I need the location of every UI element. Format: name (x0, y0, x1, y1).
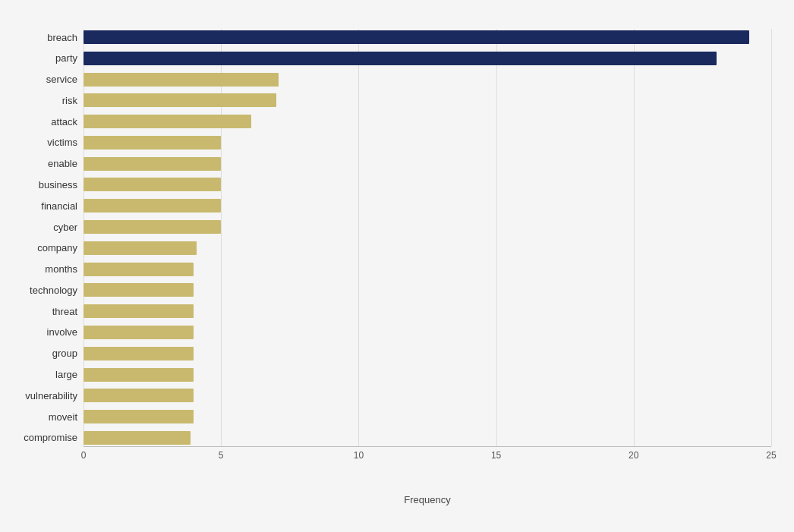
bar-label: large (8, 369, 83, 380)
bar-label: party (8, 52, 83, 64)
bar-label: company (8, 242, 83, 253)
bar-fill (83, 368, 194, 382)
bar-label: business (8, 179, 83, 190)
x-tick-label: 0 (81, 450, 87, 461)
bar-fill (83, 115, 251, 128)
bar-fill (83, 73, 279, 87)
bar-row: large (83, 367, 771, 383)
bar-label: group (8, 348, 83, 359)
bar-label: risk (8, 95, 83, 106)
bar-row: party (83, 50, 771, 67)
bar-row: threat (83, 303, 771, 320)
bar-label: breach (8, 32, 83, 43)
bar-label: victims (8, 137, 83, 148)
bar-fill (83, 93, 276, 107)
bar-row: financial (83, 197, 771, 214)
bar-fill (83, 347, 194, 360)
chart-area: breachpartyserviceriskattackvictimsenabl… (83, 29, 771, 477)
bar-row: involve (83, 324, 771, 341)
bar-fill (83, 263, 194, 276)
bar-fill (83, 431, 191, 445)
bar-row: compromise (83, 430, 771, 446)
grid-line (771, 29, 772, 446)
x-tick-label: 25 (766, 450, 776, 461)
bar-row: group (83, 345, 771, 362)
bar-label: moveit (8, 411, 83, 423)
bar-label: cyber (8, 222, 83, 233)
bar-row: attack (83, 113, 771, 130)
bar-fill (83, 304, 194, 318)
bar-label: attack (8, 116, 83, 127)
bar-fill (83, 220, 221, 234)
bar-row: company (83, 240, 771, 257)
bar-row: risk (83, 92, 771, 109)
bar-label: vulnerability (8, 390, 83, 401)
chart-container: breachpartyserviceriskattackvictimsenabl… (0, 0, 794, 532)
bar-fill (83, 52, 717, 65)
bar-row: vulnerability (83, 387, 771, 404)
bar-label: involve (8, 326, 83, 338)
bar-row: moveit (83, 408, 771, 425)
bar-fill (83, 326, 194, 339)
bar-label: months (8, 263, 83, 275)
x-tick-label: 15 (491, 450, 501, 461)
bar-row: technology (83, 282, 771, 298)
bar-row: enable (83, 156, 771, 172)
bar-row: victims (83, 134, 771, 151)
x-tick-label: 10 (354, 450, 364, 461)
bar-fill (83, 178, 221, 191)
bar-row: months (83, 261, 771, 278)
bar-fill (83, 30, 749, 44)
bar-label: enable (8, 158, 83, 169)
bar-fill (83, 389, 194, 402)
bar-label: technology (8, 285, 83, 296)
bar-fill (83, 241, 197, 255)
bar-fill (83, 283, 194, 297)
x-axis: 0510152025Frequency (83, 446, 771, 477)
bar-row: cyber (83, 219, 771, 235)
bar-row: business (83, 176, 771, 193)
bar-label: financial (8, 200, 83, 212)
bar-row: breach (83, 29, 771, 46)
x-axis-label: Frequency (404, 494, 450, 505)
x-axis-line (83, 446, 771, 447)
bar-fill (83, 410, 194, 423)
x-tick-label: 5 (219, 450, 224, 461)
bar-label: compromise (8, 432, 83, 443)
bars-wrapper: breachpartyserviceriskattackvictimsenabl… (83, 29, 771, 446)
bar-fill (83, 199, 221, 212)
bar-fill (83, 136, 221, 150)
bar-fill (83, 157, 221, 171)
bar-row: service (83, 71, 771, 88)
bar-label: threat (8, 306, 83, 317)
bar-label: service (8, 74, 83, 85)
x-tick-label: 20 (629, 450, 638, 461)
